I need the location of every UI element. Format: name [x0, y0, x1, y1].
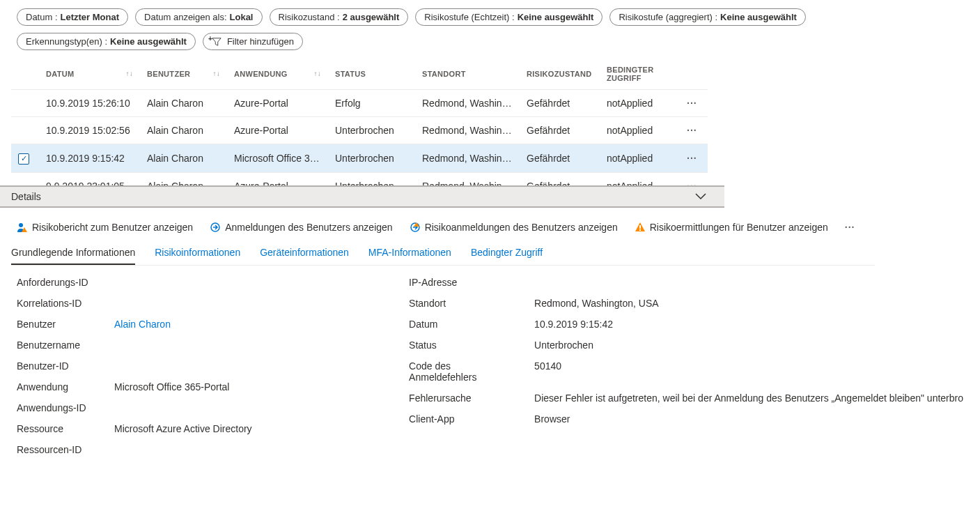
filter-label: Risikozustand : [279, 12, 340, 22]
cell-risk: Gefährdet [520, 90, 600, 117]
filter-risk-realtime[interactable]: Risikostufe (Echtzeit) : Keine ausgewähl… [415, 8, 602, 26]
label-status: Status [409, 340, 520, 351]
label-resource-id: Ressourcen-ID [17, 444, 100, 455]
label-request-id: Anforderungs-ID [17, 277, 100, 288]
row-checkbox-cell[interactable] [11, 117, 39, 144]
tab-mfa-info[interactable]: MFA-Informationen [368, 243, 451, 265]
cell-date: 10.9.2019 9:15:42 [39, 144, 140, 173]
ellipsis-icon: ··· [687, 125, 697, 136]
value-user-link[interactable]: Alain Charon [114, 319, 381, 330]
col-status-label: Status [335, 70, 366, 78]
filter-value: Lokal [230, 12, 254, 22]
cell-date: 10.9.2019 15:26:10 [39, 90, 140, 117]
table-row[interactable]: 9.9.2019 23:01:05Alain CharonAzure-Porta… [11, 172, 708, 185]
table-row[interactable]: 10.9.2019 15:26:10Alain CharonAzure-Port… [11, 90, 708, 117]
col-location-label: Standort [422, 70, 466, 78]
row-more-button[interactable]: ··· [680, 172, 708, 185]
label-correlation-id: Korrelations-ID [17, 298, 100, 309]
cell-status: Unterbrochen [328, 144, 415, 173]
row-checkbox-cell[interactable] [11, 90, 39, 117]
label-app-id: Anwendungs-ID [17, 402, 100, 413]
row-checkbox-cell[interactable]: ✓ [11, 144, 39, 173]
col-user[interactable]: Benutzer ↑↓ [140, 60, 227, 90]
col-app[interactable]: Anwendung ↑↓ [227, 60, 328, 90]
col-conditional[interactable]: Bedingter Zugriff [600, 60, 680, 90]
value-app-id [114, 402, 381, 413]
detail-col-left: Anforderungs-ID Korrelations-ID Benutzer… [17, 277, 381, 455]
add-filter-button[interactable]: + Filter hinzufügen [203, 33, 303, 50]
value-ip [534, 277, 963, 288]
value-correlation-id [114, 298, 381, 309]
cell-location: Redmond, Washing... [415, 172, 520, 185]
tab-device-info[interactable]: Geräteinformationen [260, 243, 349, 265]
detail-col-right: IP-Adresse Standort Redmond, Washington,… [409, 277, 963, 455]
value-location: Redmond, Washington, USA [534, 298, 963, 309]
filter-value: Keine ausgewählt [720, 12, 797, 22]
sort-icon: ↑↓ [212, 70, 220, 77]
detail-tabs: Grundlegende Informationen Risikoinforma… [0, 243, 980, 265]
filter-risk-aggregated[interactable]: Risikostufe (aggregiert) : Keine ausgewä… [609, 8, 805, 26]
action-label: Risikobericht zum Benutzer anzeigen [32, 222, 193, 233]
cell-status: Erfolg [328, 90, 415, 117]
label-user: Benutzer [17, 319, 100, 330]
value-date: 10.9.2019 9:15:42 [534, 319, 963, 330]
row-more-button[interactable]: ··· [680, 90, 708, 117]
filter-label: Datum : [26, 12, 58, 22]
value-resource: Microsoft Azure Active Directory [114, 423, 381, 434]
action-risk-detections[interactable]: Risikoermittlungen für Benutzer anzeigen [635, 222, 828, 233]
user-risk-icon [17, 222, 28, 233]
cell-cond: notApplied [600, 172, 680, 185]
chevron-down-icon[interactable] [695, 191, 706, 202]
value-app: Microsoft Office 365-Portal [114, 381, 381, 392]
label-error-reason: Fehlerursache [409, 392, 520, 404]
label-client-app: Client-App [409, 413, 520, 425]
row-checkbox-cell[interactable] [11, 172, 39, 185]
checkbox-checked-icon[interactable]: ✓ [18, 153, 29, 165]
svg-rect-3 [639, 225, 641, 229]
svg-point-0 [19, 223, 23, 227]
tab-basic-info[interactable]: Grundlegende Informationen [11, 243, 135, 265]
cell-date: 9.9.2019 23:01:05 [39, 172, 140, 185]
signins-table-wrap: Datum ↑↓ Benutzer ↑↓ Anwendung ↑↓ Status… [0, 60, 980, 185]
filter-label: Risikostufe (aggregiert) : [619, 12, 717, 22]
row-more-button[interactable]: ··· [680, 144, 708, 173]
warning-triangle-icon [635, 222, 646, 233]
action-risk-report[interactable]: Risikobericht zum Benutzer anzeigen [17, 222, 193, 233]
col-risk-state[interactable]: Risikozustand [520, 60, 600, 90]
more-actions-button[interactable]: ··· [845, 222, 855, 233]
action-risk-signins[interactable]: Risikoanmeldungen des Benutzers anzeigen [410, 222, 618, 233]
col-conditional-label: Bedingter Zugriff [607, 66, 653, 82]
cell-risk: Gefährdet [520, 117, 600, 144]
cell-status: Unterbrochen [328, 117, 415, 144]
cell-cond: notApplied [600, 117, 680, 144]
filter-value: Letzter Monat [61, 12, 120, 22]
action-user-signins[interactable]: Anmeldungen des Benutzers anzeigen [210, 222, 393, 233]
cell-status: Unterbrochen [328, 172, 415, 185]
col-location[interactable]: Standort [415, 60, 520, 90]
value-request-id [114, 277, 381, 288]
table-row[interactable]: ✓10.9.2019 9:15:42Alain CharonMicrosoft … [11, 144, 708, 173]
value-username [114, 340, 381, 351]
details-title: Details [11, 191, 41, 202]
filter-show-date-as[interactable]: Datum anzeigen als: Lokal [135, 8, 262, 26]
table-row[interactable]: 10.9.2019 15:02:56Alain CharonAzure-Port… [11, 117, 708, 144]
filter-detection-types[interactable]: Erkennungstyp(en) : Keine ausgewählt [17, 33, 196, 50]
tab-conditional-access[interactable]: Bedingter Zugriff [471, 243, 543, 265]
row-more-button[interactable]: ··· [680, 117, 708, 144]
action-label: Risikoanmeldungen des Benutzers anzeigen [425, 222, 618, 233]
label-user-id: Benutzer-ID [17, 360, 100, 372]
cell-user: Alain Charon [140, 117, 227, 144]
cell-app: Azure-Portal [227, 90, 328, 117]
tab-risk-info[interactable]: Risikoinformationen [155, 243, 240, 265]
details-bar[interactable]: Details [0, 185, 724, 208]
filter-date[interactable]: Datum : Letzter Monat [17, 8, 128, 26]
funnel-plus-icon: + [212, 37, 221, 47]
col-date[interactable]: Datum ↑↓ [39, 60, 140, 90]
col-status[interactable]: Status [328, 60, 415, 90]
add-filter-label: Filter hinzufügen [227, 36, 294, 47]
filter-risk-state[interactable]: Risikozustand : 2 ausgewählt [270, 8, 409, 26]
filter-bar: Datum : Letzter Monat Datum anzeigen als… [0, 0, 980, 50]
cell-location: Redmond, Washing... [415, 117, 520, 144]
col-user-label: Benutzer [147, 70, 190, 78]
cell-risk: Gefährdet [520, 144, 600, 173]
